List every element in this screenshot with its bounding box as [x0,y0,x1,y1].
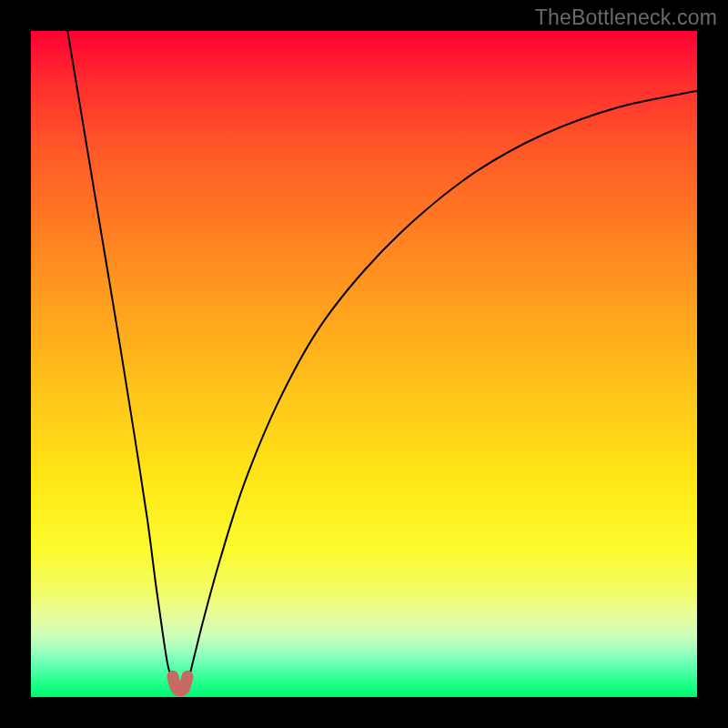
right-branch-line [189,91,698,679]
plot-area [31,31,697,697]
attribution-text: TheBottleneck.com [535,5,717,30]
valley-marker-line [173,676,187,690]
left-branch-line [67,31,171,679]
stage: TheBottleneck.com [0,0,728,728]
curve-layer [31,31,697,697]
